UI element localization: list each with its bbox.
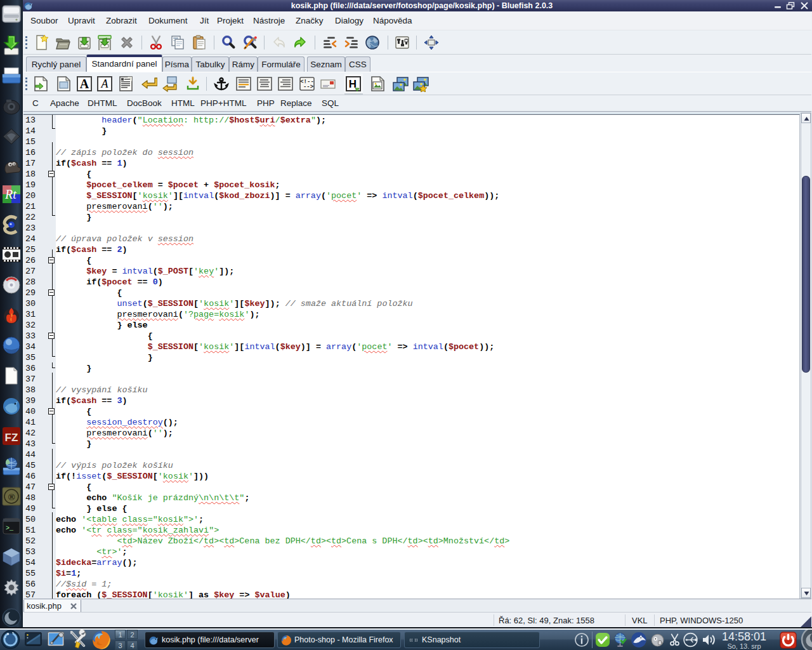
- svg-text:A: A: [101, 77, 109, 90]
- svg-text:A: A: [80, 77, 89, 91]
- svg-text:®: ®: [8, 492, 15, 502]
- svg-text:>_: >_: [6, 525, 14, 532]
- svg-text:FZ: FZ: [5, 432, 18, 444]
- svg-text:-->: -->: [303, 84, 313, 90]
- svg-text:Rt: Rt: [4, 187, 16, 201]
